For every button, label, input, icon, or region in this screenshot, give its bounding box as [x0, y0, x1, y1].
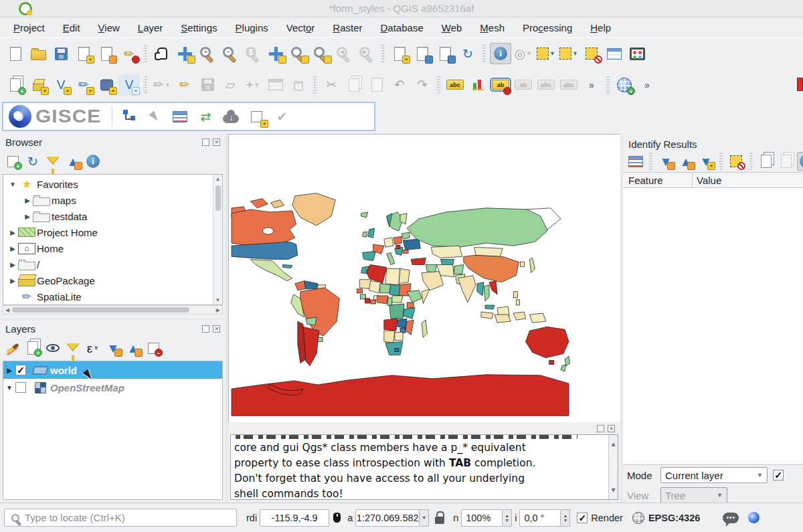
gisce-sync-button[interactable]: ⇄ [193, 104, 217, 128]
modify-attributes-button[interactable] [265, 74, 286, 96]
browser-collapse-all-button[interactable]: ▲ [64, 152, 82, 171]
gisce-download-button[interactable] [219, 104, 243, 128]
browser-item-geopackage[interactable]: ▶GeoPackage [3, 272, 222, 288]
browser-item-root[interactable]: ▶/ [3, 256, 222, 272]
magnifier-input[interactable]: 100% [461, 509, 503, 527]
redo-button[interactable]: ↷ [412, 74, 433, 96]
toggle-editing-button[interactable]: ✏ [174, 74, 195, 96]
feature-column-header[interactable]: Feature [623, 173, 693, 187]
layer-diagram-button[interactable] [467, 74, 488, 96]
copy-features-button[interactable] [343, 74, 365, 96]
browser-vertical-scrollbar[interactable]: ▲▼ [213, 175, 222, 304]
identify-results-body[interactable] [623, 188, 803, 465]
menu-help[interactable]: Help [590, 22, 611, 33]
console-text-area[interactable]: core and gui Qgs* class members have a p… [230, 434, 618, 500]
menu-edit[interactable]: Edit [63, 22, 80, 33]
move-label-button[interactable]: abc [558, 74, 579, 96]
render-checkbox[interactable]: ✓ [577, 513, 588, 523]
layer-expander[interactable]: ▼ [3, 384, 15, 391]
data-source-manager-button[interactable]: + [5, 74, 26, 96]
new-project-button[interactable] [5, 43, 26, 64]
cut-features-button[interactable]: ✂ [321, 74, 342, 96]
coordinate-input[interactable]: -115.9,-4.9 [260, 509, 329, 527]
menu-web[interactable]: Web [442, 22, 462, 33]
layers-float-button[interactable] [202, 325, 209, 333]
rotation-spinner[interactable]: ▲▼ [561, 509, 570, 527]
gisce-table-button[interactable] [168, 104, 192, 128]
scale-dropdown[interactable]: ▼ [420, 509, 429, 527]
undo-button[interactable]: ↶ [389, 74, 410, 96]
gisce-status-icon[interactable] [748, 512, 760, 523]
browser-item-testdata[interactable]: ▶testdata [3, 208, 222, 224]
console-float-button[interactable] [597, 425, 604, 432]
new-geopackage-layer-button[interactable]: * [27, 74, 49, 96]
browser-item-home[interactable]: ▶⌂Home [3, 240, 222, 256]
zoom-native-button[interactable]: 1:1 [242, 43, 264, 64]
messages-icon[interactable] [723, 513, 739, 523]
layers-add-group-button[interactable]: + [23, 339, 42, 357]
gisce-polygon-tool-button[interactable]: * [244, 104, 268, 128]
gisce-tree-button[interactable] [117, 104, 141, 128]
menu-mesh[interactable]: Mesh [480, 22, 505, 33]
browser-properties-button[interactable]: i [84, 152, 102, 171]
layer-world-checkbox[interactable]: ✓ [15, 365, 26, 375]
identify-copy-feature-button[interactable] [757, 152, 776, 171]
browser-filter-button[interactable] [43, 152, 62, 171]
value-column-header[interactable]: Value [693, 175, 721, 186]
identify-features-button[interactable]: i [490, 43, 511, 64]
browser-item-project-home[interactable]: ▶Project Home [3, 224, 222, 240]
gisce-select-button[interactable] [143, 104, 167, 128]
layers-close-button[interactable]: ✕ [213, 325, 220, 333]
current-edits-button[interactable]: ✏▼ [151, 74, 173, 96]
toolbar-overflow-indicator[interactable]: » [581, 74, 602, 96]
delete-selected-button[interactable] [288, 74, 309, 96]
gisce-validate-button[interactable]: ✔ [270, 104, 294, 128]
zoom-to-layer-button[interactable] [288, 43, 309, 64]
show-layout-manager-button[interactable] [96, 43, 117, 64]
zoom-out-button[interactable]: − [219, 43, 241, 64]
save-project-button[interactable] [50, 43, 72, 64]
identify-clear-results-button[interactable] [727, 152, 745, 171]
identify-expand-new-button[interactable]: ▼* [697, 152, 715, 171]
menu-settings[interactable]: Settings [181, 22, 217, 33]
crs-status-button[interactable]: EPSG:4326 [648, 513, 700, 523]
layers-style-button[interactable] [3, 339, 22, 357]
open-attribute-table-button[interactable] [604, 43, 625, 64]
zoom-full-button[interactable] [265, 43, 286, 64]
save-layer-edits-button[interactable] [197, 74, 218, 96]
identify-mouse-button[interactable]: i [797, 152, 803, 171]
zoom-in-button[interactable]: + [197, 43, 218, 64]
show-hidden-labels-button[interactable]: abc [535, 74, 557, 96]
new-virtual-layer-button[interactable]: * [96, 74, 117, 96]
open-project-button[interactable] [27, 43, 49, 64]
new-temporary-scratch-layer-button[interactable]: V* [118, 74, 140, 96]
rotation-input[interactable]: 0,0 ° [519, 509, 561, 527]
layers-collapse-all-button[interactable]: ▲ [124, 339, 143, 357]
deselect-features-button[interactable] [581, 43, 602, 64]
style-manager-button[interactable]: ✏ [118, 43, 140, 64]
zoom-next-button[interactable]: ▶ [356, 43, 377, 64]
new-print-layout-button[interactable]: * [73, 43, 94, 64]
lock-scale-icon[interactable] [435, 517, 444, 524]
identify-form-view-button[interactable] [626, 152, 645, 171]
zoom-to-selection-button[interactable] [310, 43, 332, 64]
browser-add-layer-button[interactable]: + [3, 152, 22, 171]
view-combobox[interactable]: Tree▼ [660, 487, 727, 503]
menu-processing[interactable]: Processing [523, 22, 572, 33]
layer-osm-checkbox[interactable] [15, 382, 26, 393]
pan-to-selection-button[interactable] [174, 43, 195, 64]
extents-mouse-toggle-icon[interactable] [333, 513, 341, 523]
unpin-labels-button[interactable]: ab [513, 74, 534, 96]
magnifier-spinner[interactable]: ▲▼ [503, 509, 512, 527]
show-bookmarks-button[interactable] [434, 43, 456, 64]
new-map-view-button[interactable]: * [389, 43, 410, 64]
layers-expand-all-button[interactable]: ▼ [104, 339, 122, 357]
menu-database[interactable]: Database [381, 22, 424, 33]
new-spatialite-layer-button[interactable]: ✏* [73, 74, 94, 96]
clipped-toolbar-icon[interactable] [797, 78, 803, 91]
metasearch-button[interactable]: + [614, 74, 635, 96]
toolbar-overflow-indicator[interactable]: » [636, 74, 658, 96]
layers-visibility-button[interactable] [43, 339, 62, 357]
layers-filter-legend-button[interactable] [64, 339, 82, 357]
menu-layer[interactable]: Layer [138, 22, 163, 33]
